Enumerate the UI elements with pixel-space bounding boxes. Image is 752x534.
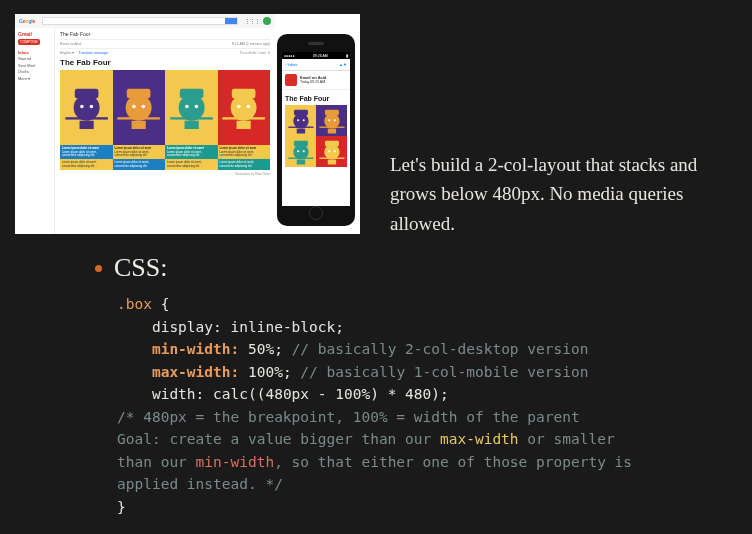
slide-description: Let's build a 2-col-layout that stacks a… [390, 10, 737, 238]
sidebar-item-starred[interactable]: Starred [18, 56, 51, 61]
back-button[interactable]: ‹ Inbox [285, 62, 297, 67]
sidebar-item-drafts[interactable]: Drafts [18, 69, 51, 74]
bullet-icon [95, 265, 102, 272]
signal-icon: ●●●●● [284, 54, 295, 58]
cap-body: Lorem ipsum dolor sit amet, consectetur … [220, 160, 255, 167]
avatar[interactable] [263, 17, 271, 25]
cap-body: Lorem ipsum dolor sit amet, consectetur … [62, 150, 97, 157]
cap-body: Lorem ipsum dolor sit amet, consectetur … [115, 150, 150, 157]
status-time: 09:26 AM [313, 54, 328, 58]
battery-icon: ▮ [346, 54, 348, 58]
translate-link[interactable]: Translate message [78, 51, 108, 55]
apps-icon[interactable]: ⋮⋮⋮ [245, 18, 260, 24]
iphone-mock: ●●●●● 09:26 AM ▮ ‹ Inbox ▲▼ Email on Aci… [277, 34, 355, 226]
gmail-sidebar: Gmail COMPOSE Inbox Starred Sent Mail Dr… [15, 28, 55, 234]
from-label: Email on Acid [60, 42, 81, 46]
timestamp: 8:15 AM (2 minutes ago) [232, 42, 270, 46]
gmail-logo: Gmail [18, 31, 51, 37]
thread-subject: The Fab Four [60, 31, 270, 37]
cap-body: Lorem ipsum dolor sit amet, consectetur … [167, 160, 202, 167]
lang-dropdown[interactable]: English ▾ [60, 51, 74, 55]
mobile-email-title: The Fab Four [285, 95, 347, 102]
mobile-date: Today 09:25 AM [300, 80, 326, 84]
bullet-label: CSS: [114, 253, 168, 283]
compose-button[interactable]: COMPOSE [18, 39, 40, 45]
cap-body: Lorem ipsum dolor sit amet, consectetur … [220, 150, 255, 157]
google-logo: Google [19, 18, 35, 24]
sidebar-item-more[interactable]: More ▾ [18, 76, 51, 81]
illustration-credit: Illustrations by Elton Gomi [60, 172, 270, 176]
screenshot-pair: Google ⋮⋮⋮ Gmail COMPOSE Inbox Starred S… [15, 14, 360, 234]
turn-off-link[interactable]: Turn off for: Latin ✕ [240, 51, 270, 55]
cap-body: Lorem ipsum dolor sit amet, consectetur … [62, 160, 97, 167]
sidebar-item-inbox[interactable]: Inbox [18, 50, 51, 55]
sidebar-item-sent[interactable]: Sent Mail [18, 63, 51, 68]
up-down-icon[interactable]: ▲▼ [339, 62, 347, 67]
gmail-desktop: Google ⋮⋮⋮ Gmail COMPOSE Inbox Starred S… [15, 14, 275, 234]
email-title: The Fab Four [60, 58, 270, 67]
code-section: CSS: .box { display: inline-block; min-w… [0, 238, 752, 518]
cap-body: Lorem ipsum dolor sit amet, consectetur … [167, 150, 202, 157]
beatles-grid [60, 70, 270, 145]
search-input[interactable] [42, 17, 238, 25]
sender-avatar [285, 74, 297, 86]
code-block: .box { display: inline-block; min-width:… [117, 293, 712, 518]
cap-body: Lorem ipsum dolor sit amet, consectetur … [115, 160, 150, 167]
